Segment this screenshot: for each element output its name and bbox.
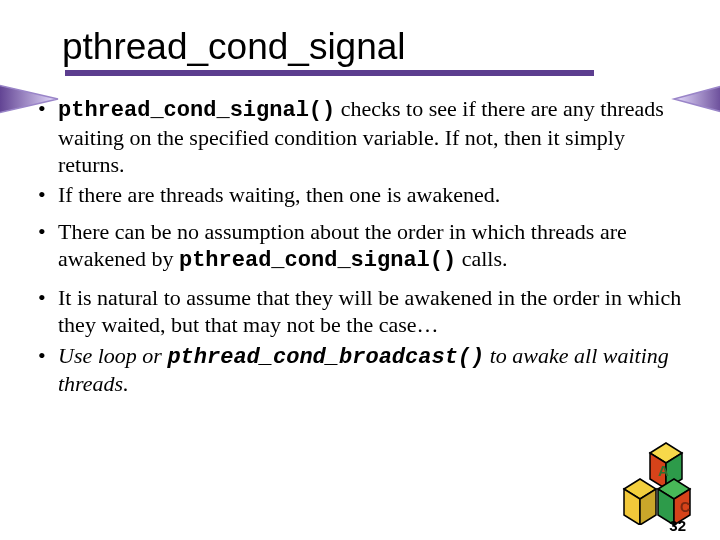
bullet-item: pthread_cond_signal() checks to see if t… [38,96,682,178]
bullet-item: Use loop or pthread_cond_broadcast() to … [38,343,682,399]
code-text: pthread_cond_broadcast() [167,345,484,370]
bullet-text: If there are threads waiting, then one i… [58,182,500,207]
code-text: pthread_cond_signal() [179,248,456,273]
slide-title: pthread_cond_signal [62,26,682,68]
svg-text:C: C [680,499,690,515]
svg-text:A: A [658,462,669,479]
title-underline [65,70,594,76]
bullet-item: There can be no assumption about the ord… [38,219,682,275]
page-number: 32 [669,517,686,534]
bullet-text: calls. [456,246,507,271]
bullet-text: Use loop or [58,343,167,368]
blocks-clipart: A C [606,441,698,525]
bullet-item: If there are threads waiting, then one i… [38,182,682,209]
code-text: pthread_cond_signal() [58,98,335,123]
bullet-list: pthread_cond_signal() checks to see if t… [38,96,682,398]
slide: pthread_cond_signal pthread_cond_signal(… [0,0,720,540]
bullet-text: It is natural to assume that they will b… [58,285,681,337]
bullet-item: It is natural to assume that they will b… [38,285,682,339]
